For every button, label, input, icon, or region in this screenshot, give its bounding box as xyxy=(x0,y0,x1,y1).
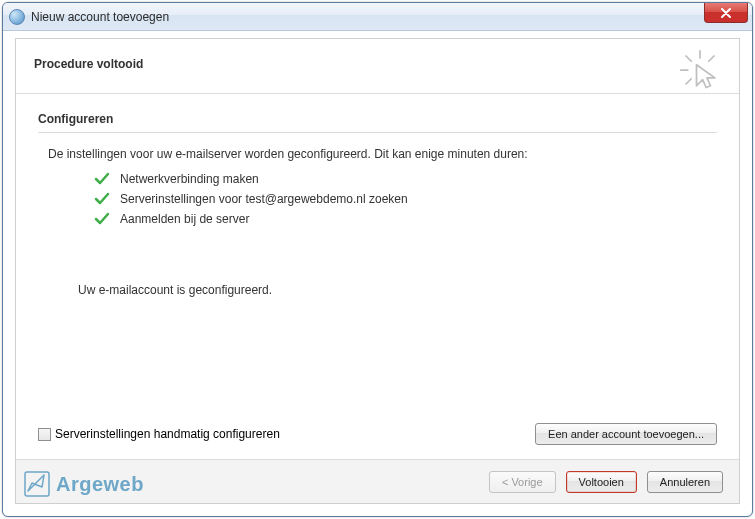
dialog-header: Procedure voltooid xyxy=(16,39,739,94)
manual-config-checkbox[interactable]: Serverinstellingen handmatig configurere… xyxy=(38,427,280,441)
check-icon xyxy=(94,211,110,227)
brand-icon xyxy=(24,471,50,497)
done-message: Uw e-mailaccount is geconfigureerd. xyxy=(38,283,717,297)
add-another-account-button[interactable]: Een ander account toevoegen... xyxy=(535,423,717,445)
step-item: Aanmelden bij de server xyxy=(94,211,717,227)
cursor-click-icon xyxy=(679,49,721,91)
step-label: Aanmelden bij de server xyxy=(120,212,249,226)
step-item: Netwerkverbinding maken xyxy=(94,171,717,187)
close-icon xyxy=(721,8,731,18)
titlebar[interactable]: Nieuw account toevoegen xyxy=(3,3,752,31)
dialog-window: Nieuw account toevoegen Procedure voltoo… xyxy=(2,2,753,517)
check-icon xyxy=(94,191,110,207)
steps-list: Netwerkverbinding maken Serverinstelling… xyxy=(38,171,717,227)
step-item: Serverinstellingen voor test@argewebdemo… xyxy=(94,191,717,207)
svg-rect-5 xyxy=(25,472,49,496)
checkbox-box[interactable] xyxy=(38,428,51,441)
brand: Argeweb xyxy=(24,471,144,497)
svg-line-4 xyxy=(686,79,691,84)
header-title: Procedure voltooid xyxy=(34,57,721,71)
check-icon xyxy=(94,171,110,187)
step-label: Serverinstellingen voor test@argewebdemo… xyxy=(120,192,408,206)
finish-button[interactable]: Voltooien xyxy=(566,471,637,493)
back-button: < Vorige xyxy=(489,471,556,493)
app-icon xyxy=(9,9,25,25)
content-area: Configureren De instellingen voor uw e-m… xyxy=(16,94,739,503)
dialog-footer: Argeweb < Vorige Voltooien Annuleren xyxy=(16,459,739,503)
checkbox-label: Serverinstellingen handmatig configurere… xyxy=(55,427,280,441)
close-button[interactable] xyxy=(704,3,748,23)
section-divider xyxy=(38,132,717,133)
svg-line-2 xyxy=(686,56,691,61)
svg-line-3 xyxy=(709,56,714,61)
cancel-button[interactable]: Annuleren xyxy=(647,471,723,493)
options-row: Serverinstellingen handmatig configurere… xyxy=(38,423,717,445)
dialog-body: Procedure voltooid Configureren De inste… xyxy=(15,38,740,504)
section-title: Configureren xyxy=(38,112,717,126)
window-title: Nieuw account toevoegen xyxy=(31,10,169,24)
intro-text: De instellingen voor uw e-mailserver wor… xyxy=(38,147,717,161)
brand-name: Argeweb xyxy=(56,473,144,496)
step-label: Netwerkverbinding maken xyxy=(120,172,259,186)
